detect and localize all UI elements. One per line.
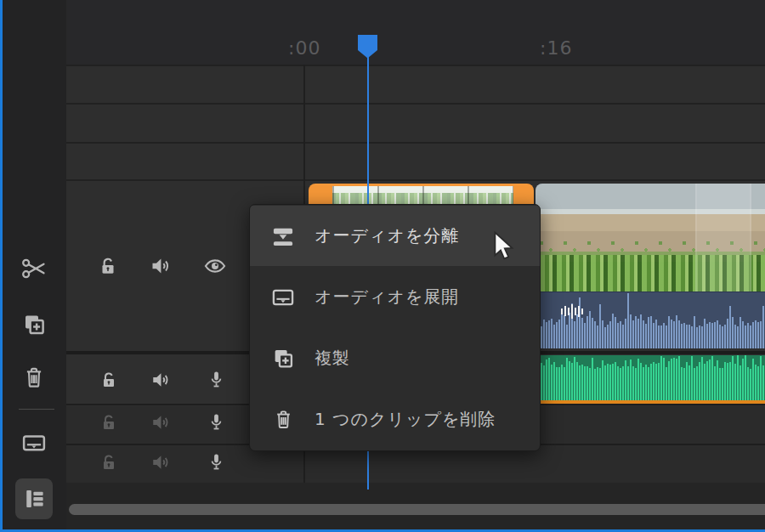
audio2-record-button[interactable] xyxy=(204,411,228,435)
mouse-cursor xyxy=(493,231,515,265)
menu-item-label: オーディオを展開 xyxy=(314,286,459,308)
thumbnail-seam xyxy=(750,184,751,291)
split-clip-button[interactable] xyxy=(15,250,53,287)
duplicate-icon xyxy=(21,312,47,337)
row-separator xyxy=(66,179,765,181)
audio3-mute-button[interactable] xyxy=(150,452,173,476)
scissors-icon xyxy=(20,255,48,282)
video-editor-timeline: :00 :16 xyxy=(0,0,765,532)
audio-clip-bottom-line xyxy=(536,400,765,404)
menu-item-delete-clip[interactable]: 1 つのクリップを削除 xyxy=(250,389,540,450)
duplicate-clip-button[interactable] xyxy=(15,306,53,343)
delete-clip-button[interactable] xyxy=(15,359,53,396)
eye-icon xyxy=(203,254,227,281)
duplicate-icon xyxy=(271,347,295,371)
menu-item-label: オーディオを分離 xyxy=(314,224,459,247)
lock-open-icon xyxy=(99,370,119,393)
microphone-icon xyxy=(206,369,227,393)
microphone-icon xyxy=(206,451,227,476)
speaker-icon xyxy=(150,451,173,477)
row-separator xyxy=(66,103,765,105)
speaker-icon xyxy=(150,254,173,281)
playhead-marker[interactable] xyxy=(357,34,378,63)
music-audio-clip[interactable] xyxy=(536,355,765,404)
overwrite-mode-button[interactable] xyxy=(15,424,53,461)
track-manager-button[interactable] xyxy=(15,478,53,519)
video-track-visibility-button[interactable] xyxy=(203,256,227,280)
overwrite-icon xyxy=(20,430,48,456)
speaker-icon xyxy=(150,369,173,394)
timeline-toolbar xyxy=(3,0,66,529)
detach-audio-icon xyxy=(271,224,295,248)
menu-item-duplicate[interactable]: 複製 xyxy=(250,328,540,388)
menu-item-label: 1 つのクリップを削除 xyxy=(314,408,496,431)
expand-audio-icon xyxy=(271,286,295,309)
menu-item-expand-audio[interactable]: オーディオを展開 xyxy=(250,267,540,327)
track-list-icon xyxy=(21,486,47,512)
row-separator xyxy=(66,142,765,144)
speaker-icon xyxy=(150,411,173,437)
ruler-label-16: :16 xyxy=(540,37,572,59)
menu-item-label: 複製 xyxy=(314,347,350,370)
video-track-lock-button[interactable] xyxy=(96,256,120,280)
microphone-icon xyxy=(206,411,227,436)
audio1-lock-button[interactable] xyxy=(97,370,121,393)
audio3-record-button[interactable] xyxy=(204,451,228,475)
lock-open-icon xyxy=(99,412,119,436)
audio-waveform xyxy=(536,355,765,400)
video-track-mute-button[interactable] xyxy=(150,256,173,280)
window-accent-left xyxy=(0,0,3,532)
audio-waveform-icon xyxy=(559,303,585,320)
lock-open-icon xyxy=(99,452,119,476)
clip-audio-waveform xyxy=(536,291,765,348)
beach-video-clip[interactable] xyxy=(536,184,765,348)
horizontal-scrollbar[interactable] xyxy=(69,504,765,515)
toolbar-divider xyxy=(19,409,54,410)
thumbnail-tile-highlight xyxy=(697,184,750,291)
audio2-lock-button[interactable] xyxy=(97,412,121,436)
thumbnail-seam xyxy=(695,184,697,291)
audio1-mute-button[interactable] xyxy=(150,370,173,393)
timeline-ruler[interactable]: :00 :16 xyxy=(66,0,765,65)
ruler-label-00: :00 xyxy=(288,37,320,59)
audio2-mute-button[interactable] xyxy=(150,412,173,436)
row-separator xyxy=(66,65,765,66)
audio1-record-button[interactable] xyxy=(204,369,228,393)
lock-open-icon xyxy=(97,255,119,280)
trash-icon xyxy=(21,365,47,390)
trash-icon xyxy=(271,408,295,432)
audio3-lock-button[interactable] xyxy=(97,452,121,476)
